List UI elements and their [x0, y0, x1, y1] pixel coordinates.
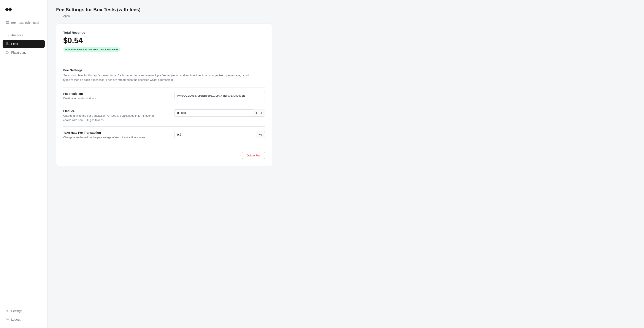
sidebar-item-analytics[interactable]: Analytics — [2, 31, 45, 39]
back-arrow-icon: ← — [56, 14, 59, 18]
section-divider — [63, 63, 265, 63]
svg-rect-5 — [7, 35, 7, 37]
back-label: ← Apps — [60, 14, 70, 18]
svg-rect-6 — [8, 34, 8, 37]
svg-rect-1 — [7, 21, 9, 23]
fee-row-recipient: Fee Recipient Destination wallet address… — [63, 88, 265, 105]
grid-icon — [5, 21, 9, 25]
bottom-row: Delete Fee — [63, 144, 265, 159]
revenue-amount: $0.54 — [63, 36, 265, 45]
page-title: Fee Settings for Box Tests (with fees) — [56, 7, 635, 13]
flat-fee-unit: ETH — [253, 110, 265, 117]
sidebar: ◆◆ Box Tests (with fees) — [0, 0, 48, 328]
fee-recipient-input[interactable] — [174, 92, 265, 99]
fee-recipient-label: Fee Recipient — [63, 92, 166, 96]
flat-fee-sub: Charge a fixed fee per transaction. All … — [63, 114, 156, 122]
fee-row-take-rate: Take Rate Per Transaction Charge a fee b… — [63, 126, 265, 144]
sidebar-item-fees-label: Fees — [11, 42, 18, 46]
nav-section-bottom: Settings Logout — [0, 307, 47, 324]
fee-recipient-info: Fee Recipient Destination wallet address… — [63, 92, 166, 101]
take-rate-input[interactable] — [174, 131, 256, 138]
logo: ◆◆ — [0, 4, 47, 19]
sidebar-item-settings[interactable]: Settings — [2, 307, 45, 315]
total-revenue-label: Total Revenue — [63, 31, 265, 34]
cube-icon — [5, 51, 9, 55]
fee-recipient-input-group — [174, 92, 265, 99]
svg-rect-3 — [7, 23, 9, 24]
svg-point-8 — [7, 310, 8, 311]
logo-icon: ◆◆ — [5, 7, 12, 12]
sidebar-item-settings-label: Settings — [11, 309, 22, 313]
svg-point-7 — [6, 43, 8, 44]
main-content: Fee Settings for Box Tests (with fees) ←… — [48, 0, 644, 328]
fee-row-flat: Flat Fee Charge a fixed fee per transact… — [63, 105, 265, 126]
take-rate-label: Take Rate Per Transaction — [63, 131, 166, 134]
fee-settings-title: Fee Settings — [63, 68, 265, 72]
sidebar-item-fees[interactable]: Fees — [2, 40, 45, 48]
flat-fee-info: Flat Fee Charge a fixed fee per transact… — [63, 109, 166, 122]
sidebar-item-app[interactable]: Box Tests (with fees) — [2, 19, 45, 27]
flat-fee-label: Flat Fee — [63, 109, 166, 113]
sidebar-item-app-label: Box Tests (with fees) — [11, 21, 39, 25]
logout-icon — [5, 318, 9, 321]
total-revenue-section: Total Revenue $0.54 0.000155 ETH + 0.75%… — [63, 31, 265, 58]
svg-rect-0 — [6, 21, 7, 23]
svg-rect-2 — [6, 23, 7, 24]
back-link[interactable]: ← ← Apps — [56, 14, 635, 18]
take-rate-sub: Charge a fee based on the percentage of … — [63, 135, 156, 140]
take-rate-input-group: % — [174, 131, 265, 138]
flat-fee-input-group: ETH — [174, 109, 265, 117]
sidebar-item-logout-label: Logout — [11, 318, 20, 321]
take-rate-unit: % — [256, 131, 265, 138]
fee-settings-card: Total Revenue $0.54 0.000155 ETH + 0.75%… — [56, 24, 272, 166]
sidebar-item-playground-label: Playground — [11, 51, 26, 54]
fee-rate-badge: 0.000155 ETH + 0.75% PER TRANSACTION — [63, 47, 120, 52]
take-rate-info: Take Rate Per Transaction Charge a fee b… — [63, 131, 166, 140]
gear-icon — [5, 309, 9, 313]
stack-icon — [5, 42, 9, 46]
fee-recipient-sub: Destination wallet address. — [63, 96, 156, 101]
sidebar-item-analytics-label: Analytics — [11, 34, 23, 37]
bar-chart-icon — [5, 33, 9, 37]
fee-settings-description: Set custom fees for this app's transacti… — [63, 73, 253, 82]
delete-fee-button[interactable]: Delete Fee — [242, 152, 265, 159]
flat-fee-input[interactable] — [174, 109, 253, 117]
sidebar-item-logout[interactable]: Logout — [2, 315, 45, 324]
sidebar-item-playground[interactable]: Playground — [2, 48, 45, 57]
nav-section-main: Box Tests (with fees) Analytics — [0, 19, 47, 57]
svg-rect-4 — [6, 35, 6, 37]
